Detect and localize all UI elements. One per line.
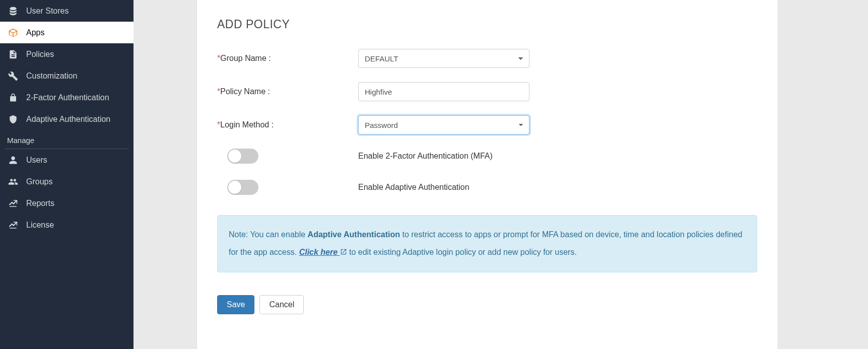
group-name-label: *Group Name : [217, 54, 358, 63]
toggle-mfa-label: Enable 2-Factor Authentication (MFA) [358, 152, 493, 161]
policy-name-input[interactable] [358, 82, 529, 101]
sidebar-item-reports[interactable]: Reports [0, 192, 133, 214]
sidebar-item-label: Apps [26, 28, 44, 37]
policy-name-label: *Policy Name : [217, 87, 358, 96]
sidebar-item-label: Reports [26, 199, 54, 208]
note-box: Note: You can enable Adaptive Authentica… [217, 215, 757, 272]
chart-icon [7, 199, 19, 208]
login-method-label: *Login Method : [217, 120, 358, 129]
sidebar-item-user-stores[interactable]: User Stores [0, 0, 133, 22]
sidebar-item-label: License [26, 221, 54, 230]
toggle-adaptive[interactable] [227, 180, 258, 195]
sidebar-item-label: Policies [26, 50, 54, 59]
sidebar-item-users[interactable]: Users [0, 149, 133, 171]
login-method-select[interactable]: Password [358, 115, 529, 134]
cancel-button[interactable]: Cancel [259, 295, 304, 314]
sidebar-item-label: User Stores [26, 7, 69, 16]
sidebar-item-2fa[interactable]: 2-Factor Authentication [0, 87, 133, 108]
group-name-select[interactable]: DEFAULT [358, 49, 529, 68]
page-title: ADD POLICY [217, 18, 757, 31]
toggle-mfa[interactable] [227, 149, 258, 164]
sidebar-item-label: Users [26, 156, 47, 165]
database-icon [7, 6, 19, 16]
sidebar-item-customization[interactable]: Customization [0, 65, 133, 87]
sidebar-item-groups[interactable]: Groups [0, 171, 133, 192]
toggle-knob [228, 181, 241, 194]
users-icon [7, 177, 19, 187]
click-here-link[interactable]: Click here [299, 248, 347, 256]
sidebar-item-apps[interactable]: Apps [0, 22, 133, 43]
sidebar-item-label: Customization [26, 72, 77, 81]
sidebar-item-label: Adaptive Authentication [26, 115, 110, 124]
shield-icon [7, 115, 19, 124]
cube-icon [7, 28, 19, 38]
document-icon [7, 49, 19, 59]
external-link-icon [340, 244, 347, 261]
sidebar-item-adaptive[interactable]: Adaptive Authentication [0, 108, 133, 130]
wrench-icon [7, 71, 19, 81]
toggle-adaptive-label: Enable Adaptive Authentication [358, 183, 470, 192]
sidebar-item-policies[interactable]: Policies [0, 43, 133, 65]
toggle-knob [228, 150, 241, 163]
user-icon [7, 156, 19, 165]
sidebar-item-license[interactable]: License [0, 214, 133, 236]
chart-icon [7, 221, 19, 230]
lock-icon [7, 93, 19, 102]
sidebar-item-label: 2-Factor Authentication [26, 93, 109, 102]
sidebar-section-manage: Manage [0, 130, 133, 149]
main-content: ADD POLICY *Group Name : DEFAULT *Policy… [196, 0, 777, 349]
sidebar-item-label: Groups [26, 177, 52, 186]
sidebar: User Stores Apps Policies Customization … [0, 0, 133, 349]
save-button[interactable]: Save [217, 295, 254, 314]
